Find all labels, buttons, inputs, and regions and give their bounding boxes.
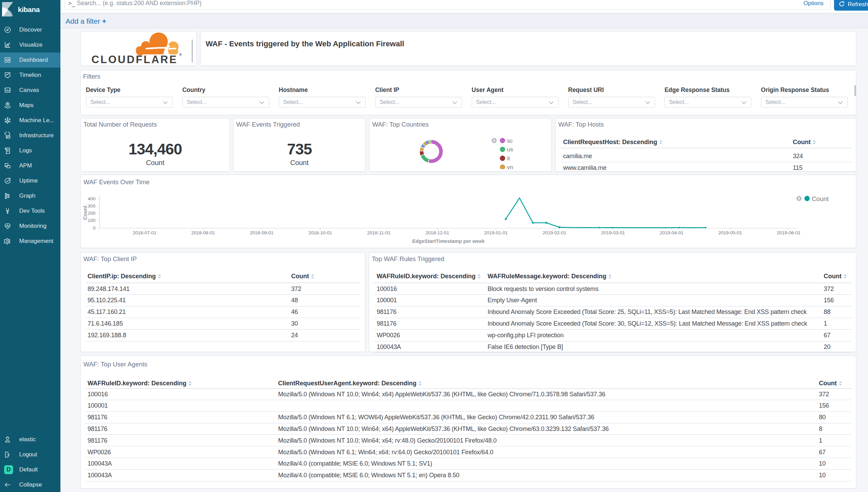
svg-text:100: 100 [88, 218, 95, 223]
svg-text:2018-08-01: 2018-08-01 [191, 230, 215, 235]
svg-text:Count: Count [82, 206, 88, 220]
svg-text:2019-03-01: 2019-03-01 [601, 230, 625, 235]
svg-text:2019-02-01: 2019-02-01 [542, 230, 566, 235]
svg-text:2019-04-01: 2019-04-01 [660, 230, 683, 235]
svg-text:300: 300 [88, 203, 95, 209]
svg-text:400: 400 [88, 196, 95, 201]
svg-text:2018-10-01: 2018-10-01 [308, 230, 332, 235]
svg-text:2018-12-01: 2018-12-01 [425, 230, 449, 235]
svg-text:0: 0 [93, 225, 95, 231]
svg-text:Count: Count [812, 195, 829, 202]
svg-text:2019-01-01: 2019-01-01 [484, 230, 508, 235]
svg-text:2019-05-01: 2019-05-01 [718, 230, 742, 235]
svg-text:2018-09-01: 2018-09-01 [250, 230, 274, 235]
svg-text:2018-07-01: 2018-07-01 [133, 230, 156, 235]
svg-text:200: 200 [88, 211, 95, 216]
svg-text:2018-11-01: 2018-11-01 [367, 230, 390, 235]
svg-text:2019-06-01: 2019-06-01 [777, 230, 800, 235]
svg-text:EdgeStartTimestamp per week: EdgeStartTimestamp per week [412, 238, 485, 244]
